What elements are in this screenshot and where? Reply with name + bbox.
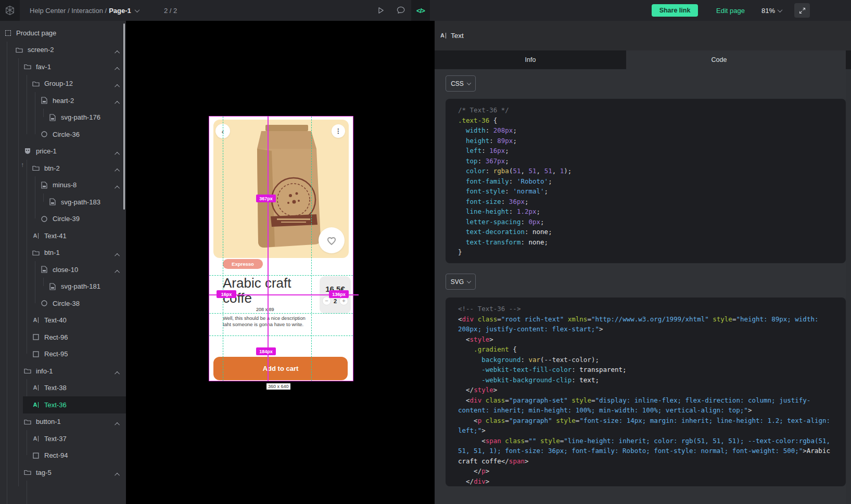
layer-row-price-1[interactable]: price-1 <box>0 143 126 160</box>
heart-icon <box>325 234 338 247</box>
css-code-block[interactable]: /* Text-36 */.text-36 { width: 208px; he… <box>446 99 846 263</box>
measurement-badge-bottom: 184px <box>256 347 276 355</box>
layer-row-Circle-38[interactable]: Circle-38 <box>0 295 126 312</box>
layer-row-tag-5[interactable]: tag-5 <box>0 464 126 481</box>
comment-button[interactable] <box>391 0 410 21</box>
layer-row-Group-12[interactable]: Group-12 <box>0 75 126 93</box>
chevron-up-icon[interactable] <box>116 470 120 478</box>
chevron-up-icon[interactable] <box>116 64 120 72</box>
layer-row-fav-1[interactable]: fav-1 <box>0 58 126 75</box>
css-format-dropdown[interactable]: CSS <box>446 75 476 92</box>
layer-row-minus-8[interactable]: minus-8 <box>0 177 126 194</box>
svgfile-layer-icon <box>49 114 56 121</box>
layer-label: btn-2 <box>44 164 60 172</box>
measure-line-vertical <box>268 117 269 381</box>
code-line: <span class="" style="line-height: inher… <box>458 436 833 467</box>
tab-code[interactable]: Code <box>626 50 846 69</box>
category-tag[interactable]: Expresso <box>223 259 263 269</box>
layer-row-svg-path-176[interactable]: svg-path-176 <box>0 109 126 126</box>
description-line1: Well, this should be a nice description <box>223 315 320 321</box>
code-line: <!-- Text-36 --> <box>458 304 833 314</box>
code-line: -webkit-background-clip: text; <box>458 375 833 385</box>
layer-row-heart-2[interactable]: heart-2 <box>0 92 126 109</box>
code-view-button[interactable]: </> <box>411 0 430 21</box>
svg-format-dropdown[interactable]: SVG <box>446 274 476 290</box>
product-description[interactable]: Well, this should be a nice description … <box>223 315 320 328</box>
app-logo[interactable] <box>0 0 20 21</box>
inspector-header: A Text <box>435 21 851 50</box>
panel-scrollbar-gutter[interactable] <box>846 50 851 69</box>
design-canvas[interactable]: ‹ ⋮ Expresso Arabic craft coffe 208 x 89… <box>126 21 435 504</box>
layer-row-Text-41[interactable]: AText-41 <box>0 227 126 244</box>
svg-code-block[interactable]: <!-- Text-36 --><div class="root rich-te… <box>446 298 846 486</box>
layer-row-Circle-39[interactable]: Circle-39 <box>0 211 126 228</box>
measurement-badge-left: 16px <box>217 290 236 298</box>
chevron-up-icon[interactable] <box>116 267 120 275</box>
layer-row-button-1[interactable]: button-1 <box>0 413 126 431</box>
layer-label: fav-1 <box>36 63 51 71</box>
chevron-up-icon[interactable] <box>116 149 120 157</box>
breadcrumb-path: Help Center / Interaction / <box>30 7 107 15</box>
layer-row-btn-2[interactable]: btn-2 <box>0 160 126 177</box>
layer-row-Rect-94[interactable]: Rect-94 <box>0 447 126 464</box>
layer-label: heart-2 <box>53 97 74 105</box>
chevron-up-icon[interactable] <box>116 48 120 56</box>
chevron-up-icon[interactable] <box>116 251 120 259</box>
layer-row-Product page[interactable]: Product page <box>0 24 126 42</box>
code-line: <div class="paragraph-set" style="displa… <box>458 395 833 416</box>
layer-label: Text-41 <box>44 232 67 240</box>
text-layer-icon: A <box>440 33 446 38</box>
layer-label: svg-path-176 <box>61 113 100 121</box>
fullscreen-button[interactable] <box>794 3 810 18</box>
play-button[interactable] <box>371 0 390 21</box>
rect-layer-icon <box>32 452 40 459</box>
chevron-up-icon[interactable] <box>116 369 120 377</box>
product-title[interactable]: Arabic craft coffe <box>223 276 314 306</box>
code-line: -webkit-text-fill-color: transparent; <box>458 365 833 375</box>
code-line: /* Text-36 */ <box>458 105 833 115</box>
edit-page-link[interactable]: Edit page <box>716 0 745 21</box>
chevron-up-icon[interactable] <box>116 82 120 89</box>
chevron-down-icon <box>467 279 471 283</box>
layer-row-svg-path-181[interactable]: svg-path-181 <box>0 278 126 295</box>
layer-label: Group-12 <box>44 80 73 87</box>
zoom-level-value: 81% <box>761 7 775 15</box>
sidebar-scrollbar[interactable] <box>123 23 125 210</box>
layer-row-screen-2[interactable]: screen-2 <box>0 42 126 59</box>
layer-row-Text-38[interactable]: AText-38 <box>0 380 126 397</box>
layer-row-Text-37[interactable]: AText-37 <box>0 430 126 447</box>
chevron-up-icon[interactable] <box>116 98 120 106</box>
code-line: text-transform: none; <box>458 237 833 248</box>
layer-row-btn-1[interactable]: btn-1 <box>0 244 126 262</box>
tab-info[interactable]: Info <box>435 50 626 69</box>
chevron-up-icon[interactable] <box>116 420 120 428</box>
code-line: <div class="root rich-text" xmlns="http:… <box>458 314 833 334</box>
top-bar: Help Center / Interaction / Page-1 2 / 2… <box>0 0 851 21</box>
guide-line-vertical <box>223 117 223 381</box>
text-layer-icon: A <box>32 384 40 392</box>
inspector-tabs: Info Code <box>435 50 851 69</box>
favorite-button[interactable] <box>319 227 345 253</box>
overflow-menu-button[interactable]: ⋮ <box>332 124 345 138</box>
layer-row-Text-36[interactable]: AText-36 <box>0 396 126 413</box>
chevron-up-icon[interactable] <box>116 166 120 174</box>
panel-scrollbar[interactable] <box>846 69 851 504</box>
tree-guide <box>27 481 27 504</box>
chevron-up-icon[interactable] <box>116 183 120 191</box>
layer-row-Rect-95[interactable]: Rect-95 <box>0 346 126 363</box>
layer-row-Rect-96[interactable]: Rect-96 <box>0 329 126 346</box>
share-link-button[interactable]: Share link <box>652 4 698 17</box>
layer-row-info-1[interactable]: info-1 <box>0 363 126 380</box>
folder-layer-icon <box>16 46 23 54</box>
layer-row-svg-path-183[interactable]: svg-path-183 <box>0 193 126 211</box>
measurement-badge-top: 367px <box>256 195 276 202</box>
breadcrumb[interactable]: Help Center / Interaction / Page-1 <box>30 0 139 21</box>
description-line2: taht someone is gonna have to write. <box>223 321 320 328</box>
layer-row-close-10[interactable]: close-10 <box>0 261 126 278</box>
layer-row-Circle-36[interactable]: Circle-36 <box>0 126 126 143</box>
code-line: .text-36 { <box>458 115 833 126</box>
zoom-level-dropdown[interactable]: 81% <box>761 0 782 21</box>
layers-panel: Product pagescreen-2fav-1Group-12heart-2… <box>0 21 126 504</box>
layer-row-Text-40[interactable]: AText-40 <box>0 312 126 329</box>
add-to-cart-button[interactable]: Add to cart <box>213 357 348 380</box>
